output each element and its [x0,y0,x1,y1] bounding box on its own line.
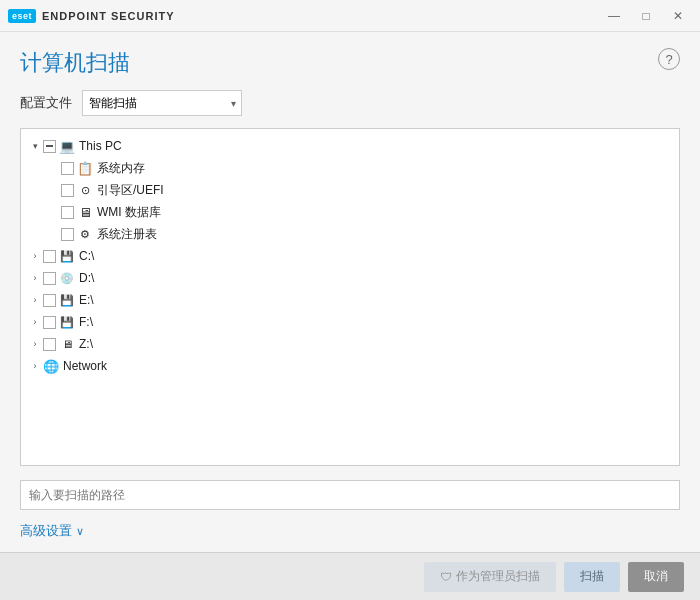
admin-scan-button[interactable]: 🛡 作为管理员扫描 [424,562,556,592]
icon-system-memory: 📋 [77,160,93,176]
checkbox-drive-c[interactable] [43,250,56,263]
icon-drive-d: 💿 [59,270,75,286]
tree-item-registry[interactable]: ⚙ 系统注册表 [25,223,675,245]
tree-item-system-memory[interactable]: 📋 系统内存 [25,157,675,179]
expand-drive-z[interactable]: › [27,336,43,352]
tree-item-drive-e[interactable]: › 💾 E:\ [25,289,675,311]
profile-select[interactable]: 智能扫描 深度扫描 自定义扫描 [82,90,242,116]
titlebar: eset ENDPOINT SECURITY — □ ✕ [0,0,700,32]
path-input[interactable] [20,480,680,510]
tree-item-drive-d[interactable]: › 💿 D:\ [25,267,675,289]
eset-logo-badge: eset [8,9,36,23]
shield-icon: 🛡 [440,570,452,584]
label-wmi: WMI 数据库 [97,204,161,221]
close-button[interactable]: ✕ [664,6,692,26]
tree-item-this-pc[interactable]: ▾ 💻 This PC [25,135,675,157]
checkbox-drive-z[interactable] [43,338,56,351]
label-drive-z: Z:\ [79,337,93,351]
main-content: 计算机扫描 ? 配置文件 智能扫描 深度扫描 自定义扫描 ▾ 💻 This PC [0,32,700,552]
help-button[interactable]: ? [658,48,680,70]
checkbox-drive-e[interactable] [43,294,56,307]
app-window: eset ENDPOINT SECURITY — □ ✕ 计算机扫描 ? 配置文… [0,0,700,600]
expand-drive-f[interactable]: › [27,314,43,330]
maximize-button[interactable]: □ [632,6,660,26]
app-logo: eset ENDPOINT SECURITY [8,9,175,23]
label-boot-uefi: 引导区/UEFI [97,182,164,199]
icon-registry: ⚙ [77,226,93,242]
path-input-row [20,480,680,510]
checkbox-system-memory[interactable] [61,162,74,175]
icon-drive-c: 💾 [59,248,75,264]
label-drive-d: D:\ [79,271,94,285]
tree-item-drive-c[interactable]: › 💾 C:\ [25,245,675,267]
icon-drive-z: 🖥 [59,336,75,352]
app-title: ENDPOINT SECURITY [42,10,175,22]
label-drive-e: E:\ [79,293,94,307]
page-title: 计算机扫描 [20,48,130,78]
icon-drive-f: 💾 [59,314,75,330]
label-drive-c: C:\ [79,249,94,263]
minimize-button[interactable]: — [600,6,628,26]
window-controls: — □ ✕ [600,6,692,26]
advanced-settings-label[interactable]: 高级设置 [20,522,72,540]
label-registry: 系统注册表 [97,226,157,243]
scan-target-tree: ▾ 💻 This PC 📋 系统内存 ⊙ 引导区/UEFI [20,128,680,466]
checkbox-drive-f[interactable] [43,316,56,329]
profile-select-wrapper[interactable]: 智能扫描 深度扫描 自定义扫描 [82,90,242,116]
expand-drive-c[interactable]: › [27,248,43,264]
advanced-chevron-icon[interactable]: ∨ [76,525,84,538]
label-system-memory: 系统内存 [97,160,145,177]
tree-item-boot-uefi[interactable]: ⊙ 引导区/UEFI [25,179,675,201]
admin-scan-label: 作为管理员扫描 [456,568,540,585]
checkbox-boot-uefi[interactable] [61,184,74,197]
expand-this-pc[interactable]: ▾ [27,138,43,154]
expand-network[interactable]: › [27,358,43,374]
advanced-settings-row[interactable]: 高级设置 ∨ [20,522,680,540]
checkbox-registry[interactable] [61,228,74,241]
label-network: Network [63,359,107,373]
expand-drive-e[interactable]: › [27,292,43,308]
checkbox-this-pc[interactable] [43,140,56,153]
checkbox-wmi[interactable] [61,206,74,219]
label-drive-f: F:\ [79,315,93,329]
icon-this-pc: 💻 [59,138,75,154]
profile-row: 配置文件 智能扫描 深度扫描 自定义扫描 [20,90,680,116]
tree-item-network[interactable]: › 🌐 Network [25,355,675,377]
icon-drive-e: 💾 [59,292,75,308]
scan-button[interactable]: 扫描 [564,562,620,592]
tree-item-wmi[interactable]: 🖥 WMI 数据库 [25,201,675,223]
icon-wmi: 🖥 [77,204,93,220]
icon-network: 🌐 [43,358,59,374]
footer: 🛡 作为管理员扫描 扫描 取消 [0,552,700,600]
checkbox-drive-d[interactable] [43,272,56,285]
profile-label: 配置文件 [20,94,72,112]
tree-item-drive-z[interactable]: › 🖥 Z:\ [25,333,675,355]
cancel-button[interactable]: 取消 [628,562,684,592]
icon-boot-uefi: ⊙ [77,182,93,198]
label-this-pc: This PC [79,139,122,153]
page-header: 计算机扫描 ? [20,48,680,78]
tree-item-drive-f[interactable]: › 💾 F:\ [25,311,675,333]
expand-drive-d[interactable]: › [27,270,43,286]
